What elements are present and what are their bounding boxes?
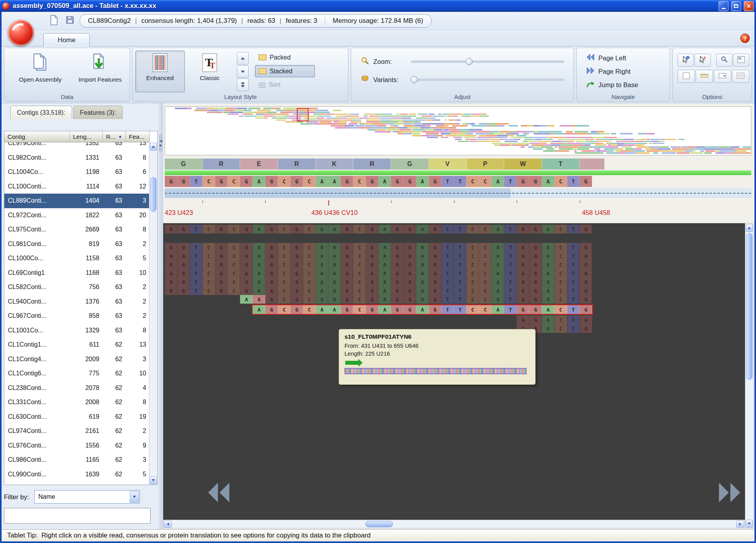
- contig-row[interactable]: CL967Conti...858632: [4, 309, 149, 323]
- contig-row[interactable]: CL982Conti...1331638: [4, 151, 149, 165]
- magnify-overlay-toggle[interactable]: [716, 54, 732, 67]
- contig-row[interactable]: CL238Conti...2078624: [4, 381, 149, 396]
- save-button[interactable]: [64, 15, 76, 27]
- splitter-handle[interactable]: ◀▶: [159, 134, 163, 152]
- variants-slider-thumb[interactable]: [411, 76, 418, 83]
- read-row[interactable]: GGTCGCGAGCGCAAGCGAGGAGTTCCATGGACTG: [165, 225, 592, 233]
- contig-row[interactable]: CL1000Co...1158635: [4, 251, 149, 266]
- header-features[interactable]: Fea...: [126, 131, 150, 142]
- page-right-button[interactable]: Page Right: [584, 65, 667, 77]
- contig-table-scrollbar[interactable]: [149, 142, 157, 485]
- read-row[interactable]: GGTCGCGAGCGCAAGCGAGGAGTTCCATGGACTG: [165, 243, 592, 252]
- packed-button[interactable]: Packed: [255, 51, 315, 64]
- jump-to-base-button[interactable]: Jump to Base: [584, 79, 667, 91]
- overlay-cursor-info-toggle[interactable]: i: [678, 54, 694, 67]
- contig-row[interactable]: CL976Conti...1556629: [4, 439, 149, 453]
- gallery-scroll-down-button[interactable]: [237, 65, 249, 78]
- minimize-button[interactable]: [719, 1, 728, 11]
- stacked-button[interactable]: Stacked: [255, 65, 315, 78]
- main-scroll-up-button[interactable]: [746, 224, 753, 232]
- contig-row[interactable]: CL981Conti...819632: [4, 237, 149, 252]
- import-features-button[interactable]: Import Features: [75, 50, 125, 92]
- overview-panel-toggle[interactable]: [733, 54, 749, 67]
- contig-row[interactable]: CL100Conti...11146312: [4, 179, 149, 194]
- contig-row[interactable]: CL990Conti...1639625: [4, 467, 149, 482]
- page-left-button[interactable]: Page Left: [584, 52, 667, 64]
- classic-layout-button[interactable]: TT Classic: [185, 50, 235, 92]
- maximize-button[interactable]: [731, 1, 741, 11]
- tab-home[interactable]: Home: [43, 33, 90, 47]
- filter-dropdown[interactable]: Name: [34, 490, 140, 504]
- contig-row[interactable]: CL979Conti...13526313: [4, 142, 149, 151]
- overview-read: [486, 123, 495, 125]
- contig-row[interactable]: CL1Contig6...7756210: [4, 366, 149, 381]
- scroll-up-button[interactable]: [150, 143, 157, 151]
- contig-row[interactable]: CL940Conti...1376632: [4, 295, 149, 309]
- main-scroll-down-button[interactable]: [746, 520, 753, 528]
- main-scroll-left-button[interactable]: [164, 521, 172, 528]
- reads-panel[interactable]: GGTCGCGAGCGCAAGCGAGGAGTTCCATGGACTGGGTCGC…: [163, 223, 745, 520]
- zoom-slider[interactable]: [411, 58, 564, 65]
- contig-row[interactable]: CL69Contig111686310: [4, 266, 149, 280]
- contig-row[interactable]: CL1Contig1...6116213: [4, 338, 149, 352]
- coverage-overview[interactable]: [165, 106, 751, 155]
- new-window-toggle[interactable]: [678, 70, 695, 83]
- ruler-toggle[interactable]: [696, 70, 713, 83]
- variants-slider[interactable]: [411, 76, 564, 84]
- read-info-panel-toggle[interactable]: [732, 70, 749, 83]
- read-row[interactable]: GGTCGCGAGCGCAAGCGAGGAGTTCCATGGACTG: [165, 252, 592, 260]
- tab-contigs[interactable]: Contigs (33,518):: [10, 106, 72, 119]
- selected-read-row[interactable]: AGCGCAAGCGAGGAGTTCCATGGACTG: [253, 305, 592, 314]
- overview-read: [705, 146, 718, 148]
- contig-row[interactable]: CL1001Co...1329638: [4, 323, 149, 338]
- header-length[interactable]: Leng...: [70, 131, 103, 142]
- scroll-down-button[interactable]: [150, 476, 157, 484]
- dropdown-panel-toggle[interactable]: [714, 70, 731, 83]
- main-scroll-right-button[interactable]: [736, 521, 744, 528]
- panel-splitter[interactable]: ◀▶: [158, 103, 163, 529]
- page-right-overlay-button[interactable]: [717, 481, 742, 504]
- zoom-slider-thumb[interactable]: [466, 58, 473, 65]
- header-reads[interactable]: R...▼: [103, 131, 126, 142]
- tab-features[interactable]: Features (3):: [73, 106, 123, 119]
- enhanced-layout-button[interactable]: Enhanced: [135, 50, 185, 92]
- open-file-button[interactable]: [48, 15, 60, 27]
- read-row[interactable]: GGTCGCGAGCGCAAGCGAGGAGTTCCATGGACTG: [165, 260, 592, 269]
- gallery-more-button[interactable]: [237, 78, 249, 91]
- read-row[interactable]: GGTCGCGAGCGCAAGCGAGGAGTTCCATGGACTG: [165, 286, 592, 295]
- protein-translation-row[interactable]: GRERKRGVPWT: [165, 159, 610, 170]
- close-button[interactable]: ✕: [744, 1, 754, 11]
- filter-text-input[interactable]: [4, 508, 151, 524]
- main-vertical-scrollbar[interactable]: [745, 223, 754, 528]
- contig-row[interactable]: CL889Conti...1404633: [4, 194, 149, 208]
- page-left-overlay-button[interactable]: [207, 481, 231, 504]
- main-hscroll-thumb[interactable]: [365, 521, 393, 527]
- main-vscroll-thumb[interactable]: [746, 233, 752, 380]
- read-row[interactable]: AGGCGCAAGCGAGGAGTTCCATGGACTG: [240, 295, 592, 304]
- titlebar[interactable]: assembly_070509_all.ace - Tablet - x.xx.…: [0, 0, 756, 12]
- contig-row[interactable]: CL975Conti...2669638: [4, 222, 149, 237]
- consensus-row[interactable]: GGTCGCGAGCGCAAGCGAGGAGTTCCATGGACTG: [165, 176, 592, 187]
- open-assembly-button[interactable]: Open Assembly: [15, 50, 65, 92]
- read-base: G: [265, 260, 278, 269]
- header-contig[interactable]: Contig: [4, 131, 70, 142]
- main-horizontal-scrollbar[interactable]: [163, 520, 745, 528]
- dropdown-arrow-button[interactable]: [130, 491, 139, 503]
- contig-row[interactable]: CL331Conti...2008628: [4, 395, 149, 410]
- contig-row[interactable]: CL986Conti...1165623: [4, 453, 149, 467]
- scrollbar-thumb[interactable]: [150, 177, 156, 212]
- contig-row[interactable]: CL1Contig4...2009623: [4, 352, 149, 367]
- contig-row[interactable]: CL1004Co...1198636: [4, 165, 149, 179]
- contig-row[interactable]: CL974Conti...2161622: [4, 424, 149, 439]
- read-row[interactable]: GGTCGCGAGCGCAAGCGAGGAGTTCCATGGACTG: [165, 278, 592, 286]
- hide-overlays-toggle[interactable]: ×: [695, 54, 711, 67]
- read-row[interactable]: GGTCGCGAGCGCAAGCGAGGAGTTCCATGGACTG: [165, 269, 592, 278]
- read-row[interactable]: GGACTG: [517, 315, 592, 324]
- contig-row[interactable]: CL630Conti...6196219: [4, 410, 149, 424]
- contig-row[interactable]: CL582Conti...756632: [4, 280, 149, 295]
- contig-row[interactable]: CL972Conti...18226320: [4, 208, 149, 223]
- help-button[interactable]: ?: [740, 34, 750, 43]
- overview-viewport-rect[interactable]: [297, 108, 309, 121]
- gallery-scroll-up-button[interactable]: [237, 52, 249, 65]
- tablet-logo-button[interactable]: [8, 20, 34, 46]
